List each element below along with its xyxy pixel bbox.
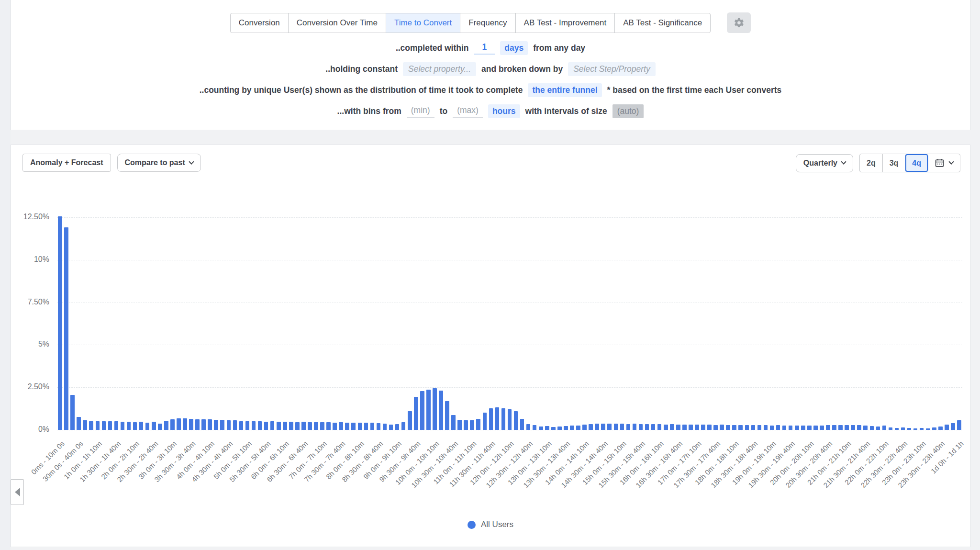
histogram-bar-117[interactable] — [789, 426, 793, 430]
histogram-bar-32[interactable] — [258, 421, 262, 430]
histogram-bar-112[interactable] — [757, 425, 762, 430]
histogram-bar-4[interactable] — [83, 420, 87, 430]
histogram-bar-133[interactable] — [889, 427, 893, 430]
legend-item-all-users[interactable]: All Users — [468, 520, 513, 529]
histogram-bar-5[interactable] — [89, 421, 93, 430]
histogram-bar-93[interactable] — [639, 424, 643, 430]
histogram-bar-136[interactable] — [907, 428, 912, 430]
breakdown-step-property-select[interactable]: Select Step/Property — [568, 62, 656, 76]
histogram-bar-60[interactable] — [433, 388, 437, 430]
holding-constant-property-select[interactable]: Select property... — [403, 62, 476, 76]
histogram-bar-144[interactable] — [957, 420, 961, 430]
histogram-bar-64[interactable] — [457, 420, 462, 430]
histogram-bar-28[interactable] — [233, 420, 237, 430]
tab-conversion-over-time[interactable]: Conversion Over Time — [289, 13, 386, 33]
histogram-bar-22[interactable] — [195, 419, 200, 430]
histogram-bar-91[interactable] — [626, 424, 631, 430]
histogram-bar-89[interactable] — [614, 424, 618, 430]
range-button-2q[interactable]: 2q — [860, 154, 883, 172]
histogram-bar-8[interactable] — [108, 421, 112, 430]
histogram-bar-92[interactable] — [633, 424, 637, 430]
histogram-bar-71[interactable] — [501, 408, 506, 430]
histogram-bar-26[interactable] — [220, 420, 224, 430]
tab-frequency[interactable]: Frequency — [460, 13, 515, 33]
histogram-bar-100[interactable] — [682, 425, 687, 430]
histogram-bar-116[interactable] — [782, 426, 787, 430]
histogram-bar-15[interactable] — [152, 422, 156, 430]
histogram-bar-63[interactable] — [451, 415, 456, 430]
histogram-bar-115[interactable] — [776, 425, 780, 430]
histogram-bar-97[interactable] — [664, 425, 668, 430]
histogram-bar-124[interactable] — [832, 425, 836, 430]
histogram-bar-106[interactable] — [720, 425, 724, 430]
histogram-bar-113[interactable] — [764, 425, 768, 430]
histogram-bar-17[interactable] — [164, 421, 168, 430]
histogram-bar-51[interactable] — [377, 423, 381, 430]
histogram-bar-76[interactable] — [533, 425, 537, 430]
histogram-bar-80[interactable] — [557, 427, 562, 430]
tab-ab-test-improvement[interactable]: AB Test - Improvement — [516, 13, 615, 33]
histogram-bar-66[interactable] — [470, 420, 474, 430]
histogram-bar-49[interactable] — [364, 423, 368, 430]
interval-dropdown[interactable]: Quarterly — [796, 154, 853, 172]
histogram-bar-58[interactable] — [420, 391, 424, 430]
histogram-bar-21[interactable] — [189, 419, 193, 430]
chart-settings-button[interactable] — [727, 12, 751, 33]
histogram-bar-111[interactable] — [751, 425, 756, 430]
histogram-bar-84[interactable] — [582, 425, 587, 430]
histogram-bar-38[interactable] — [295, 422, 300, 430]
histogram-bar-127[interactable] — [851, 425, 855, 430]
histogram-bar-31[interactable] — [252, 421, 256, 430]
histogram-bar-130[interactable] — [870, 426, 874, 430]
histogram-bar-94[interactable] — [645, 424, 649, 430]
histogram-bar-45[interactable] — [339, 422, 343, 430]
histogram-bar-85[interactable] — [589, 424, 593, 430]
histogram-bar-120[interactable] — [807, 426, 812, 430]
histogram-bar-110[interactable] — [745, 425, 749, 430]
histogram-bar-135[interactable] — [901, 427, 905, 430]
histogram-bar-103[interactable] — [701, 425, 705, 430]
histogram-bar-37[interactable] — [289, 422, 293, 430]
histogram-bar-43[interactable] — [326, 422, 331, 430]
histogram-bar-52[interactable] — [383, 424, 387, 430]
histogram-bar-35[interactable] — [277, 422, 281, 430]
funnel-scope-select[interactable]: the entire funnel — [528, 83, 601, 97]
histogram-bar-59[interactable] — [426, 390, 431, 430]
bins-min-input[interactable]: (min) — [407, 105, 434, 118]
histogram-bar-131[interactable] — [876, 427, 880, 430]
histogram-bar-96[interactable] — [657, 424, 662, 430]
histogram-bar-25[interactable] — [214, 420, 218, 430]
histogram-bar-67[interactable] — [476, 419, 480, 430]
histogram-bar-75[interactable] — [526, 424, 531, 430]
histogram-bar-141[interactable] — [938, 427, 943, 430]
tab-conversion[interactable]: Conversion — [231, 13, 289, 33]
histogram-bar-121[interactable] — [813, 426, 818, 430]
histogram-bar-74[interactable] — [520, 419, 524, 430]
compare-to-past-button[interactable]: Compare to past — [117, 154, 201, 172]
histogram-bar-129[interactable] — [863, 426, 868, 430]
histogram-bar-119[interactable] — [801, 426, 805, 430]
custom-date-range-button[interactable] — [928, 154, 960, 172]
histogram-bar-36[interactable] — [283, 422, 287, 430]
histogram-bar-29[interactable] — [239, 421, 244, 430]
histogram-bar-42[interactable] — [320, 422, 324, 430]
conversion-window-value-input[interactable]: 1 — [474, 42, 495, 55]
histogram-bar-79[interactable] — [551, 427, 556, 430]
bins-max-input[interactable]: (max) — [453, 105, 483, 118]
histogram-bar-16[interactable] — [158, 424, 162, 430]
histogram-bar-62[interactable] — [445, 401, 449, 430]
histogram-bar-1[interactable] — [64, 227, 68, 430]
histogram-bar-140[interactable] — [932, 427, 936, 430]
histogram-bar-61[interactable] — [439, 391, 443, 430]
histogram-bar-50[interactable] — [370, 423, 375, 430]
histogram-bar-83[interactable] — [576, 426, 580, 430]
histogram-bar-48[interactable] — [358, 423, 362, 430]
histogram-bar-138[interactable] — [920, 428, 924, 430]
histogram-bar-3[interactable] — [77, 417, 81, 430]
histogram-bar-65[interactable] — [464, 420, 468, 430]
bins-unit-select[interactable]: hours — [488, 104, 520, 118]
range-button-3q[interactable]: 3q — [883, 154, 906, 172]
histogram-bar-109[interactable] — [738, 425, 743, 430]
histogram-bar-47[interactable] — [351, 423, 356, 430]
histogram-bar-6[interactable] — [96, 421, 100, 430]
